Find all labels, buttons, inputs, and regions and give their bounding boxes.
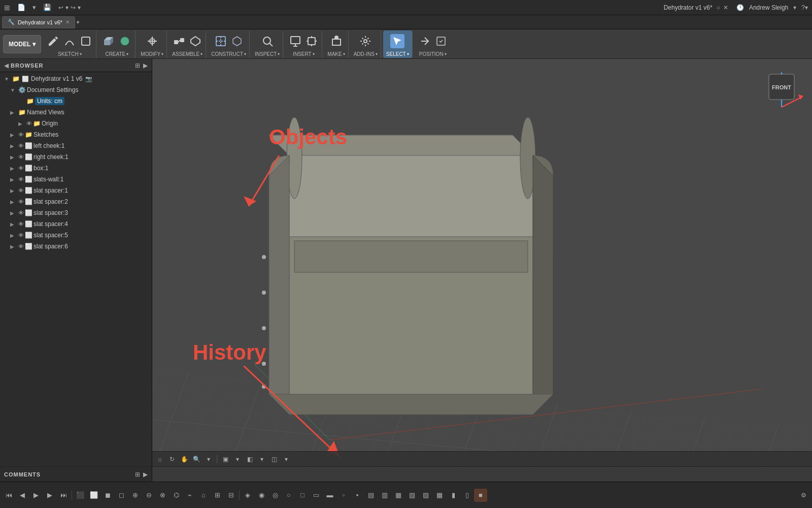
- status-end-icon[interactable]: ⏭: [57, 489, 70, 502]
- status-tool6[interactable]: ⊖: [142, 489, 155, 502]
- status-next-icon[interactable]: ▶: [43, 489, 56, 502]
- model-button[interactable]: MODEL ▾: [3, 35, 41, 53]
- addins-group[interactable]: ADD-INS▾: [351, 30, 381, 58]
- effects-dropdown[interactable]: ▾: [281, 454, 292, 465]
- sidebar-expand-icon[interactable]: ▶: [143, 62, 148, 69]
- view-zoom-icon[interactable]: 🔍: [191, 454, 202, 465]
- tree-item-docsettings[interactable]: ▼ ⚙️ Document Settings: [0, 84, 152, 96]
- status-tool29[interactable]: ▯: [460, 489, 473, 502]
- undo-dropdown[interactable]: ▾: [65, 4, 69, 11]
- status-back-icon[interactable]: ⏮: [2, 489, 15, 502]
- modify-group[interactable]: MODIFY▾: [138, 30, 167, 58]
- undo-icon[interactable]: ↩: [58, 4, 63, 11]
- sidebar-collapse-icon[interactable]: ◀: [4, 62, 9, 69]
- make-group[interactable]: MAKE▾: [324, 30, 348, 58]
- status-play-icon[interactable]: ▶: [29, 489, 43, 502]
- tree-item-slat4[interactable]: ▶ 👁 ⬜ slat spacer:4: [0, 218, 152, 230]
- tree-item-slat3[interactable]: ▶ 👁 ⬜ slat spacer:3: [0, 207, 152, 218]
- file-dropdown-icon[interactable]: ▾: [30, 3, 38, 12]
- render-style-dropdown[interactable]: ▾: [256, 454, 267, 465]
- view-zoom-dropdown[interactable]: ▾: [203, 454, 214, 465]
- new-file-icon[interactable]: 📄: [15, 3, 27, 12]
- user-name[interactable]: Andrew Sleigh: [749, 4, 788, 11]
- status-tool18[interactable]: ▭: [310, 489, 323, 502]
- tree-item-origin[interactable]: ▶ 👁 📁 Origin: [0, 118, 152, 129]
- status-tool11[interactable]: ⊞: [211, 489, 224, 502]
- status-tool1[interactable]: ⬛: [74, 489, 87, 502]
- status-tool28[interactable]: ▮: [447, 489, 460, 502]
- tab-close[interactable]: ✕: [65, 19, 70, 25]
- active-tab[interactable]: 🔧 Dehydrator v1 v6* ✕: [2, 16, 75, 28]
- status-tool27[interactable]: ▩: [433, 489, 446, 502]
- close-tab-icon[interactable]: ✕: [723, 4, 728, 11]
- redo-dropdown[interactable]: ▾: [78, 4, 81, 11]
- settings-gear-icon[interactable]: ⚙: [797, 489, 810, 502]
- comments-expand-icon[interactable]: ▶: [143, 471, 148, 478]
- view-cube[interactable]: FRONT: [756, 64, 807, 115]
- status-tool2[interactable]: ⬜: [87, 489, 100, 502]
- tree-item-slat2[interactable]: ▶ 👁 ⬜ slat spacer:2: [0, 196, 152, 207]
- status-tool23[interactable]: ▥: [378, 489, 391, 502]
- help-icon[interactable]: ?: [801, 4, 805, 11]
- add-tab-button[interactable]: +: [76, 19, 80, 26]
- status-tool22[interactable]: ▤: [364, 489, 378, 502]
- help-dropdown[interactable]: ▾: [805, 4, 808, 11]
- inspect-group[interactable]: INSPECT▾: [252, 30, 283, 58]
- sidebar-settings-icon[interactable]: ⊞: [135, 62, 140, 69]
- status-tool21[interactable]: ▪: [351, 489, 364, 502]
- status-tool24[interactable]: ▦: [392, 489, 405, 502]
- display-style-dropdown[interactable]: ▾: [232, 454, 243, 465]
- status-tool14[interactable]: ◉: [255, 489, 268, 502]
- tree-item-units[interactable]: 📁 Units: cm: [0, 96, 152, 107]
- status-tool9[interactable]: ⌁: [183, 489, 196, 502]
- apps-icon[interactable]: ⊞: [4, 4, 10, 12]
- select-group[interactable]: SELECT▾: [383, 30, 413, 58]
- status-tool20[interactable]: ▫: [337, 489, 350, 502]
- user-dropdown[interactable]: ▾: [793, 4, 796, 11]
- status-tool26[interactable]: ▨: [419, 489, 432, 502]
- status-tool17[interactable]: □: [296, 489, 309, 502]
- save-icon[interactable]: 💾: [41, 3, 53, 12]
- slat1-eye-icon: 👁: [18, 187, 24, 194]
- view-pan-icon[interactable]: ✋: [179, 454, 190, 465]
- construct-group[interactable]: CONSTRUCT▾: [208, 30, 250, 58]
- minimize-icon[interactable]: ○: [717, 4, 720, 11]
- status-prev-icon[interactable]: ◀: [16, 489, 29, 502]
- tree-item-slatswall[interactable]: ▶ 👁 ⬜ slats-wall:1: [0, 174, 152, 185]
- tree-item-rightcheek[interactable]: ▶ 👁 ⬜ right cheek:1: [0, 151, 152, 163]
- status-tool19[interactable]: ▬: [323, 489, 336, 502]
- tree-item-slat5[interactable]: ▶ 👁 ⬜ slat spacer:5: [0, 230, 152, 241]
- redo-icon[interactable]: ↪: [71, 4, 76, 11]
- tree-item-slat6[interactable]: ▶ 👁 ⬜ slat spacer:6: [0, 241, 152, 252]
- view-home-icon[interactable]: ⌂: [154, 454, 165, 465]
- sketch-group[interactable]: SKETCH▾: [43, 30, 96, 58]
- tree-item-namedviews[interactable]: ▶ 📁 Named Views: [0, 107, 152, 118]
- status-tool15[interactable]: ◎: [268, 489, 282, 502]
- tree-item-box[interactable]: ▶ 👁 ⬜ box:1: [0, 163, 152, 174]
- status-tool5[interactable]: ⊕: [128, 489, 142, 502]
- tree-item-slat1[interactable]: ▶ 👁 ⬜ slat spacer:1: [0, 185, 152, 196]
- viewport[interactable]: Objects History: [152, 59, 812, 466]
- assemble-group[interactable]: ASSEMBLE▾: [169, 30, 206, 58]
- tree-item-sketches[interactable]: ▶ 👁 📁 Sketches: [0, 129, 152, 140]
- status-tool4[interactable]: ◻: [115, 489, 128, 502]
- status-tool3[interactable]: ◼: [101, 489, 114, 502]
- status-tool13[interactable]: ◈: [241, 489, 254, 502]
- create-group[interactable]: CREATE▾: [98, 30, 136, 58]
- tree-item-root[interactable]: ▼ 📁 ⬜ Dehydrator v1 1 v6 📷: [0, 73, 152, 84]
- status-tool16[interactable]: ○: [282, 489, 295, 502]
- status-tool12[interactable]: ⊟: [224, 489, 238, 502]
- status-tool8[interactable]: ⌬: [170, 489, 183, 502]
- display-style-icon[interactable]: ▣: [220, 454, 231, 465]
- effects-icon[interactable]: ◫: [268, 454, 280, 465]
- status-tool30[interactable]: ■: [474, 489, 487, 502]
- status-tool7[interactable]: ⊗: [156, 489, 169, 502]
- view-orbit-icon[interactable]: ↻: [166, 454, 178, 465]
- insert-group[interactable]: INSERT▾: [285, 30, 322, 58]
- render-style-icon[interactable]: ◧: [244, 454, 255, 465]
- comments-settings-icon[interactable]: ⊞: [135, 471, 140, 478]
- status-tool25[interactable]: ▧: [405, 489, 419, 502]
- tree-item-leftcheek[interactable]: ▶ 👁 ⬜ left cheek:1: [0, 140, 152, 151]
- position-group[interactable]: POSITION▾: [415, 30, 451, 58]
- status-tool10[interactable]: ⌂: [197, 489, 210, 502]
